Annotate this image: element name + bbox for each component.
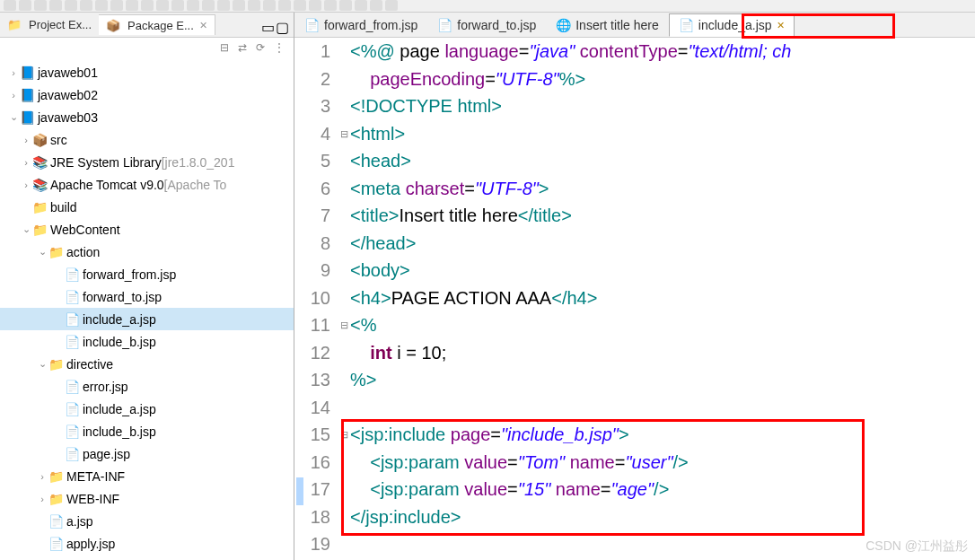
tree-item-web-inf[interactable]: ›📁WEB-INF: [0, 487, 294, 510]
fold-marker[interactable]: [338, 257, 350, 284]
jsp-icon: 📄: [437, 18, 452, 32]
tab-label: Insert title here: [575, 18, 659, 32]
fold-marker[interactable]: [338, 503, 350, 531]
expand-icon[interactable]: ⌄: [20, 223, 32, 235]
fold-marker[interactable]: [338, 202, 350, 230]
tree-item-javaweb02[interactable]: ›📘javaweb02: [0, 83, 294, 106]
expand-icon[interactable]: ⌄: [7, 111, 20, 123]
code-content[interactable]: <%@ page language="java" contentType="te…: [350, 38, 975, 560]
expand-icon[interactable]: ›: [36, 471, 48, 482]
editor-tab-forward_to-jsp[interactable]: 📄forward_to.jsp: [427, 13, 546, 37]
refresh-icon[interactable]: ⟳: [256, 41, 268, 54]
fold-marker[interactable]: [338, 175, 350, 203]
close-icon[interactable]: ✕: [777, 20, 785, 31]
tree-label: javaweb02: [38, 88, 98, 102]
jsp-icon: 📄: [65, 335, 79, 349]
expand-icon[interactable]: ⌄: [36, 358, 48, 370]
watermark: CSDN @江州益彤: [865, 538, 968, 555]
tree-item-page-jsp[interactable]: 📄page.jsp: [0, 442, 294, 465]
fold-marker[interactable]: [338, 476, 350, 503]
fold-marker[interactable]: [338, 230, 350, 258]
tree-item-a-jsp[interactable]: 📄a.jsp: [0, 510, 294, 532]
fold-marker[interactable]: [338, 530, 350, 558]
jsp-icon: 📄: [65, 402, 79, 416]
fold-marker[interactable]: [338, 147, 350, 175]
collapse-all-icon[interactable]: ⊟: [220, 41, 233, 54]
lib-suffix: [Apache To: [164, 178, 227, 192]
link-editor-icon[interactable]: ⇄: [238, 41, 250, 54]
tree-label: META-INF: [66, 469, 125, 484]
tab-project-explorer[interactable]: 📁 Project Ex...: [0, 15, 99, 35]
tree-item-src[interactable]: ›📦src: [0, 128, 294, 151]
fold-marker[interactable]: [338, 92, 350, 120]
tree-item-build[interactable]: 📁build: [0, 196, 294, 218]
tree-item-include_a-jsp[interactable]: 📄include_a.jsp: [0, 308, 294, 330]
fold-marker[interactable]: [338, 38, 350, 66]
maximize-icon[interactable]: ▢: [276, 19, 288, 31]
jsp-icon: 📄: [65, 380, 79, 394]
fold-marker[interactable]: [338, 66, 350, 93]
tree-label: apply.jsp: [66, 537, 115, 551]
fold-column: ⊟⊟⊟: [338, 38, 350, 560]
tree-item-action[interactable]: ⌄📁action: [0, 241, 294, 263]
tree-label: src: [50, 133, 67, 147]
project-icon: 📘: [20, 88, 34, 102]
package-tree: ›📘javaweb01›📘javaweb02⌄📘javaweb03›📦src›📚…: [0, 57, 294, 558]
fold-marker[interactable]: ⊟: [338, 421, 350, 449]
fold-marker[interactable]: ⊟: [338, 120, 350, 148]
tree-label: action: [66, 245, 100, 259]
src-icon: 📦: [32, 133, 47, 147]
editor-tab-insert-title-here[interactable]: 🌐Insert title here: [546, 13, 669, 37]
tree-item-apache-tomcat-v9-0[interactable]: ›📚Apache Tomcat v9.0 [Apache To: [0, 173, 294, 196]
fold-marker[interactable]: ⊟: [338, 311, 350, 339]
fold-marker[interactable]: [338, 394, 350, 422]
tree-item-include_b-jsp[interactable]: 📄include_b.jsp: [0, 330, 294, 353]
tree-label: include_b.jsp: [83, 335, 156, 349]
tab-label: include_a.jsp: [698, 18, 772, 32]
menu-icon[interactable]: ⋮: [274, 41, 286, 54]
editor-tab-forward_from-jsp[interactable]: 📄forward_from.jsp: [294, 13, 427, 37]
tree-label: javaweb01: [38, 66, 98, 80]
expand-icon[interactable]: ⌄: [36, 246, 48, 258]
expand-icon[interactable]: ›: [7, 67, 20, 78]
tree-label: page.jsp: [83, 447, 130, 461]
tree-item-meta-inf[interactable]: ›📁META-INF: [0, 465, 294, 487]
code-area[interactable]: 12345678910111213141516171819 ⊟⊟⊟ <%@ pa…: [294, 38, 975, 560]
tree-label: forward_to.jsp: [83, 290, 162, 304]
explorer-toolbar: ⊟ ⇄ ⟳ ⋮: [0, 38, 294, 57]
tree-label: error.jsp: [83, 380, 128, 394]
tree-item-forward_from-jsp[interactable]: 📄forward_from.jsp: [0, 263, 294, 285]
tree-item-javaweb03[interactable]: ⌄📘javaweb03: [0, 106, 294, 128]
tab-label: Project Ex...: [29, 18, 92, 31]
jsp-icon: 📄: [48, 514, 63, 529]
tree-item-jre-system-library[interactable]: ›📚JRE System Library [jre1.8.0_201: [0, 151, 294, 173]
tree-item-include_a-jsp[interactable]: 📄include_a.jsp: [0, 398, 294, 420]
expand-icon[interactable]: ›: [20, 135, 32, 145]
expand-icon[interactable]: ›: [36, 494, 48, 504]
tree-label: build: [50, 200, 77, 214]
tab-package-explorer[interactable]: 📦 Package E... ✕: [99, 14, 215, 35]
tree-label: include_a.jsp: [83, 402, 156, 416]
tree-item-forward_to-jsp[interactable]: 📄forward_to.jsp: [0, 285, 294, 308]
main-toolbar: [0, 0, 975, 13]
expand-icon[interactable]: ›: [7, 90, 20, 101]
expand-icon[interactable]: ›: [20, 157, 32, 168]
fold-marker[interactable]: [338, 366, 350, 394]
tree-item-directive[interactable]: ⌄📁directive: [0, 353, 294, 375]
fold-marker[interactable]: [338, 339, 350, 367]
tree-item-error-jsp[interactable]: 📄error.jsp: [0, 375, 294, 398]
close-icon[interactable]: ✕: [199, 20, 207, 31]
expand-icon[interactable]: ›: [20, 179, 32, 190]
minimize-icon[interactable]: ▭: [261, 19, 274, 31]
fold-marker[interactable]: [338, 284, 350, 312]
line-number: 13: [294, 366, 330, 394]
jsp-icon: 📄: [65, 290, 79, 304]
tree-item-javaweb01[interactable]: ›📘javaweb01: [0, 61, 294, 83]
fold-marker[interactable]: [338, 449, 350, 477]
tree-item-apply-jsp[interactable]: 📄apply.jsp: [0, 532, 294, 555]
editor-tab-include_a-jsp[interactable]: 📄include_a.jsp✕: [669, 13, 795, 37]
folder-icon: 📁: [48, 245, 63, 259]
line-number: 4: [294, 120, 330, 148]
tree-item-include_b-jsp[interactable]: 📄include_b.jsp: [0, 420, 294, 442]
tree-item-webcontent[interactable]: ⌄📁WebContent: [0, 218, 294, 241]
